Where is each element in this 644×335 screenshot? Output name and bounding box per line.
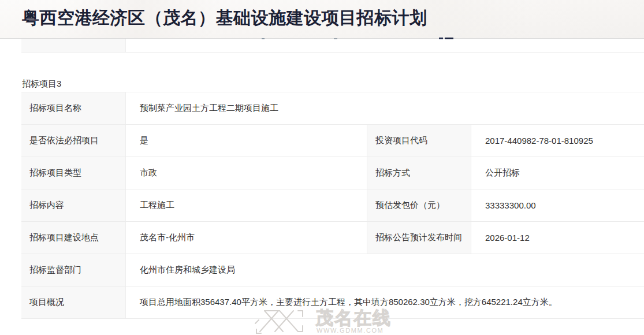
- row-value: 是: [126, 125, 367, 157]
- table-row: 招标项目建设地点茂名市-化州市招标公告预计发布时间2026-01-12: [21, 222, 644, 254]
- row-label: 预估发包价（元）: [367, 189, 471, 221]
- table-row: 招标项目名称预制菜产业园土方工程二期项目施工: [21, 92, 644, 125]
- row-label: 招标监督部门: [21, 254, 126, 286]
- row-value: 公开招标: [471, 157, 644, 189]
- row-label: 招标项目类型: [21, 157, 126, 189]
- row-value: 项目总用地面积356437.40平方米，主要进行土方工程，其中填方850262.…: [126, 286, 644, 318]
- row-label: 招标项目名称: [21, 92, 126, 124]
- row-value: 茂名市-化州市: [126, 222, 367, 254]
- table-row: 是否依法必招项目是投资项目代码2017-440982-78-01-810925: [21, 125, 644, 157]
- row-label: 是否依法必招项目: [21, 125, 126, 157]
- page-title: 粤西空港经济区（茂名）基础设施建设项目招标计划: [22, 6, 427, 30]
- row-value: 市政: [126, 157, 367, 189]
- table-row: 招标项目类型市政招标方式公开招标: [21, 157, 644, 189]
- row-value: 33333300.00: [471, 189, 644, 221]
- row-label: 招标项目建设地点: [21, 222, 126, 254]
- table-row: 招标内容工程施工预估发包价（元）33333300.00: [21, 189, 644, 222]
- watermark-url-text: WWW.GDMM.COM: [317, 327, 384, 334]
- row-label: 招标公告预计发布时间: [367, 222, 471, 254]
- row-label: 招标内容: [21, 189, 126, 221]
- row-value: 2017-440982-78-01-810925: [471, 125, 644, 157]
- project-table: 招标项目名称预制菜产业园土方工程二期项目施工是否依法必招项目是投资项目代码201…: [21, 92, 644, 319]
- section-label: 招标项目3: [22, 79, 61, 90]
- row-value: 工程施工: [126, 189, 367, 221]
- clipped-table-row: [21, 39, 644, 53]
- row-value: 化州市住房和城乡建设局: [126, 254, 644, 286]
- row-value: 2026-01-12: [471, 222, 644, 254]
- row-label: 招标方式: [367, 157, 471, 189]
- table-row: 项目概况项目总用地面积356437.40平方米，主要进行土方工程，其中填方850…: [21, 286, 644, 319]
- clipped-label-cell: [21, 39, 126, 52]
- row-label: 项目概况: [21, 286, 126, 318]
- row-label: 投资项目代码: [367, 125, 471, 157]
- table-row: 招标监督部门化州市住房和城乡建设局: [21, 254, 644, 286]
- page-header: 粤西空港经济区（茂名）基础设施建设项目招标计划: [0, 0, 644, 39]
- row-value: 预制菜产业园土方工程二期项目施工: [126, 92, 644, 124]
